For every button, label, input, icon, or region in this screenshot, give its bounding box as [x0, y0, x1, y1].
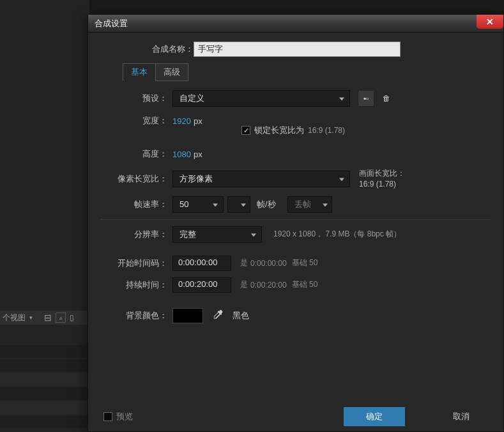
background-toolbar: 个视图 ▾ ⊟ ▵ ▯ — [0, 311, 89, 325]
height-unit: px — [194, 150, 202, 159]
fps-value-dropdown[interactable]: 50 — [172, 196, 224, 213]
cancel-button[interactable]: 取消 — [431, 407, 492, 426]
par-dropdown[interactable]: 方形像素 — [172, 171, 350, 187]
close-icon: ✕ — [486, 17, 494, 27]
ok-button[interactable]: 确定 — [344, 407, 405, 426]
delete-preset-button[interactable]: 🗑 — [378, 90, 395, 107]
par-label: 像素长宽比： — [101, 173, 172, 185]
width-unit: px — [194, 116, 202, 126]
dropframe-dropdown[interactable]: 丢帧 — [287, 196, 332, 213]
fps-unit-label: 帧/秒 — [257, 199, 276, 210]
fps-unit-dropdown[interactable] — [227, 196, 250, 213]
height-value[interactable]: 1080 — [172, 150, 191, 159]
bg-color-name: 黑色 — [233, 310, 249, 321]
lock-aspect-label: 锁定长宽比为 — [254, 125, 304, 136]
start-tc-label: 开始时间码： — [101, 258, 172, 269]
preset-label: 预设： — [101, 93, 172, 104]
width-value[interactable]: 1920 — [172, 116, 191, 126]
resolution-info: 1920 x 1080， 7.9 MB（每 8bpc 帧） — [273, 229, 401, 240]
start-tc-input[interactable]: 0:00:00:00 — [172, 256, 231, 271]
preview-checkbox[interactable] — [103, 412, 112, 421]
dialog-title: 合成设置 — [95, 18, 128, 29]
duration-base: 基础 50 — [292, 279, 318, 290]
duration-label: 持续时间： — [101, 279, 172, 291]
composition-settings-dialog: 合成设置 ✕ 合成名称： 基本 高级 预设： 自定义 ▪▫ 🗑 — [88, 14, 504, 432]
duration-input[interactable]: 0:00:20:00 — [172, 277, 231, 293]
start-tc-is: 是 — [240, 258, 248, 268]
tab-basic[interactable]: 基本 — [123, 63, 156, 81]
tabs: 基本 高级 — [123, 63, 491, 81]
height-label: 高度： — [101, 148, 172, 160]
chevron-down-icon: ▾ — [29, 314, 33, 321]
bg-color-label: 背景颜色： — [101, 310, 172, 321]
comp-name-label: 合成名称： — [152, 43, 194, 55]
preview-label: 预览 — [116, 411, 133, 422]
toolbar-icon-3[interactable]: ▯ — [70, 313, 74, 322]
resolution-label: 分辨率： — [101, 229, 172, 240]
save-preset-button[interactable]: ▪▫ — [358, 90, 374, 107]
trash-icon: 🗑 — [383, 94, 390, 103]
eyedropper-icon[interactable] — [212, 309, 224, 322]
toolbar-icon-2[interactable]: ▵ — [56, 312, 66, 323]
start-tc-base: 基础 50 — [292, 258, 318, 268]
comp-name-input[interactable] — [194, 42, 401, 57]
background-rows — [0, 345, 89, 429]
frame-aspect-hint: 画面长宽比： 16:9 (1.78) — [359, 168, 405, 190]
lock-aspect-ratio: 16:9 (1.78) — [308, 126, 345, 135]
width-label: 宽度： — [101, 115, 172, 127]
dialog-titlebar[interactable]: 合成设置 ✕ — [88, 15, 503, 33]
duration-is: 是 — [240, 279, 248, 290]
dialog-footer: 预览 确定 取消 — [88, 402, 503, 431]
close-button[interactable]: ✕ — [477, 15, 503, 29]
view-label: 个视图 — [3, 312, 26, 323]
toolbar-icon-1[interactable]: ⊟ — [44, 312, 52, 323]
lock-aspect-checkbox[interactable] — [241, 126, 250, 135]
preset-dropdown[interactable]: 自定义 — [172, 90, 350, 107]
resolution-dropdown[interactable]: 完整 — [172, 226, 262, 243]
save-preset-icon: ▪▫ — [363, 94, 369, 103]
bg-color-swatch[interactable] — [172, 308, 203, 323]
start-tc-base-tc: 0:00:00:00 — [250, 259, 287, 268]
tab-advanced[interactable]: 高级 — [155, 63, 188, 81]
duration-base-tc: 0:00:20:00 — [250, 281, 287, 289]
fps-label: 帧速率： — [101, 199, 172, 210]
